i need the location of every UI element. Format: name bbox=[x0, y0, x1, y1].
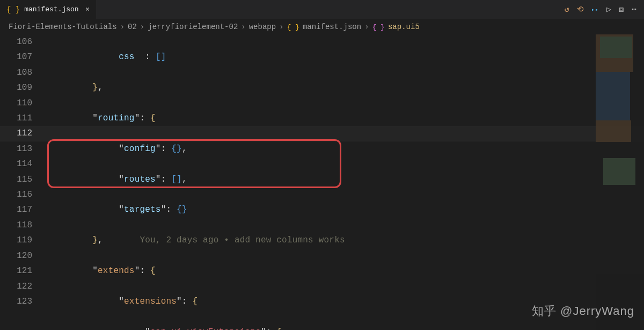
chevron-right-icon: › bbox=[279, 23, 283, 31]
compare-icon[interactable]: ▸▸ bbox=[591, 6, 599, 13]
tab-filename: manifest.json bbox=[24, 5, 78, 13]
chevron-right-icon: › bbox=[120, 23, 125, 31]
json-file-icon: { } bbox=[6, 5, 20, 14]
close-icon[interactable]: × bbox=[85, 5, 90, 14]
crumb-item[interactable]: webapp bbox=[249, 23, 276, 31]
chevron-right-icon: › bbox=[241, 23, 245, 31]
crumb-item[interactable]: sap.ui5 bbox=[388, 23, 420, 31]
crumb-item[interactable]: jerryfiorielement-02 bbox=[148, 23, 238, 31]
chevron-right-icon: › bbox=[140, 23, 144, 31]
crumb-item[interactable]: 02 bbox=[128, 23, 137, 31]
crumb-item[interactable]: manifest.json bbox=[303, 23, 361, 31]
object-icon: { } bbox=[372, 23, 385, 31]
line-number-gutter: 106 107 108 109 110 111 112 113 114 115 … bbox=[0, 34, 45, 330]
crumb-item[interactable]: Fiori-Elements-Tutotials bbox=[9, 23, 117, 31]
timeline-icon[interactable]: ↺ bbox=[565, 4, 569, 15]
git-lens-annotation: You, 2 days ago • add new columns works bbox=[140, 235, 345, 245]
active-tab[interactable]: { } manifest.json × bbox=[0, 0, 97, 19]
split-editor-icon[interactable]: ⧈ bbox=[619, 5, 624, 15]
code-editor[interactable]: 106 107 108 109 110 111 112 113 114 115 … bbox=[0, 34, 644, 330]
more-icon[interactable]: ⋯ bbox=[632, 4, 636, 15]
run-icon[interactable]: ▷ bbox=[606, 4, 611, 15]
chevron-right-icon: › bbox=[364, 23, 369, 31]
json-file-icon: { } bbox=[287, 23, 299, 31]
breadcrumb[interactable]: Fiori-Elements-Tutotials › 02 › jerryfio… bbox=[0, 19, 644, 34]
code-content[interactable]: css : [] }, "routing": { "config": {}, "… bbox=[45, 34, 644, 330]
tab-bar: { } manifest.json × ↺ ⟲ ▸▸ ▷ ⧈ ⋯ bbox=[0, 0, 644, 19]
minimap[interactable] bbox=[596, 34, 644, 330]
revert-icon[interactable]: ⟲ bbox=[577, 4, 584, 15]
editor-toolbar: ↺ ⟲ ▸▸ ▷ ⧈ ⋯ bbox=[565, 4, 644, 15]
